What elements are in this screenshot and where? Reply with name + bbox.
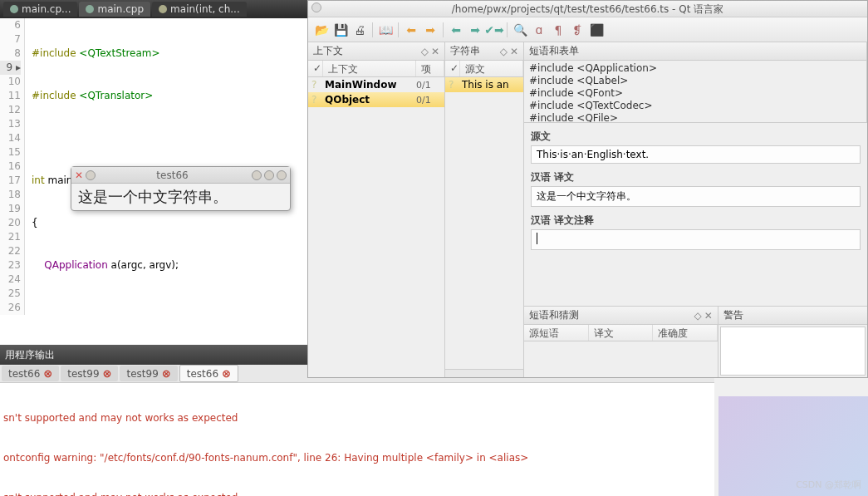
panel-title: 短语和猜测 [529,308,579,322]
col-check[interactable]: ✓ [445,61,460,76]
qt-linguist-window: /home/pwx/projects/qt/test/test66/test66… [307,0,868,378]
context-row-selected[interactable]: ? QObject 0/1 [308,92,444,107]
close-icon[interactable] [277,170,287,180]
context-name: QObject [325,94,416,106]
prev-unfinished-icon[interactable]: ⬅ [448,22,464,38]
close-icon[interactable]: ⊗ [43,367,52,380]
validate-icon[interactable]: 🔍 [512,22,528,38]
include-line: #include <QFont> [529,87,861,100]
editor-tab-active[interactable]: main.cpp [79,2,150,17]
comment-label: 汉语 译文注释 [531,214,861,228]
popup-title: test66 [96,169,249,181]
panel-title: 字符串 [450,44,480,58]
open-icon[interactable]: 📂 [313,22,330,38]
output-text[interactable]: sn't supported and may not works as expe… [0,383,714,496]
panel-title: 警告 [723,308,743,322]
type: QApplication [32,259,108,271]
minimize-icon[interactable] [252,170,262,180]
question-icon: ? [449,79,462,91]
done-next-icon[interactable]: ✔➡ [486,22,503,38]
translation-input[interactable]: 这是一个中文字符串。 [531,186,861,207]
col-accuracy[interactable]: 准确度 [653,325,718,341]
close-icon[interactable]: ⊗ [222,367,231,380]
col-context[interactable]: 上下文 [323,61,416,76]
context-panel: 上下文 ◇ ✕ ✓ 上下文 项 ? MainWindow 0/1 ? QObje… [308,42,445,377]
punctuation-icon[interactable]: ¶ [550,22,566,38]
col-items[interactable]: 项 [416,61,444,76]
context-row[interactable]: ? MainWindow 0/1 [308,77,444,92]
window-title: /home/pwx/projects/qt/test/test66/test66… [452,3,723,15]
test66-window[interactable]: ✕ test66 这是一个中文字符串。 [71,166,291,211]
window-button[interactable] [311,2,321,12]
output-tab[interactable]: test99⊗ [61,366,118,381]
popup-titlebar[interactable]: ✕ test66 [71,167,290,184]
linguist-titlebar[interactable]: /home/pwx/projects/qt/test/test66/test66… [308,1,867,17]
output-tab-active[interactable]: test66⊗ [179,365,238,382]
source-label: 源文 [531,130,861,144]
col-translation[interactable]: 译文 [589,325,654,341]
next-icon[interactable]: ➡ [422,22,439,38]
scrollbar[interactable] [445,369,523,377]
tab-label: main.cpp [97,3,144,15]
watermark: CSDN @郑乾啊 [796,479,861,491]
close-icon[interactable]: ⊗ [162,367,171,380]
linguist-toolbar: 📂 💾 🖨 📖 ⬅ ➡ ⬅ ➡ ✔➡ 🔍 ɑ ¶ ❡ ⬛ [308,17,867,42]
translation-label: 汉语 译文 [531,170,861,184]
tab-label: test66 [8,368,40,380]
comment-input[interactable] [531,229,861,250]
editor-tab[interactable]: main.cp... [3,2,77,17]
warnings-box [720,327,866,376]
close-icon[interactable]: ✕ [431,46,439,57]
panel-title: 短语和表单 [529,44,579,58]
include-line: #include <QLabel> [529,75,861,87]
output-line: ontconfig warning: "/etc/fonts/conf.d/90… [3,451,711,464]
close-icon[interactable]: ✕ [704,310,713,322]
tab-label: main.cp... [22,3,71,15]
question-icon: ? [311,79,325,91]
strings-panel: 字符串 ◇ ✕ ✓ 源文 ? This is an [445,42,524,377]
panel-header: 短语和表单 [524,42,866,61]
phrase-icon[interactable]: ❡ [569,22,586,38]
source-code-preview: #include <QApplication> #include <QLabel… [524,61,866,126]
prev-icon[interactable]: ⬅ [403,22,419,38]
output-tab[interactable]: test66⊗ [2,366,59,381]
maximize-icon[interactable] [264,170,274,180]
output-title: 用程序输出 [5,348,55,362]
close-icon[interactable]: ✕ [510,46,518,57]
undock-icon[interactable]: ◇ [694,310,702,322]
output-tab[interactable]: test99⊗ [120,366,177,381]
include-line: #include <QTextCodec> [529,100,861,112]
editor-tab[interactable]: main(int, ch... [152,2,247,17]
undock-icon[interactable]: ◇ [500,46,508,57]
panel-header: 警告 [718,307,867,325]
window-button[interactable] [86,170,96,180]
kw: #include [32,47,79,59]
line-number-gutter: 6789 ▸1011121314151617181920212223242526 [0,18,25,315]
panel-header: 字符串 ◇ ✕ [445,42,523,61]
translation-area: 短语和表单 #include <QApplication> #include <… [524,42,867,377]
undock-icon[interactable]: ◇ [421,46,429,57]
table-header: ✓ 上下文 项 [308,61,444,77]
fn-icon [159,5,167,13]
cpp-icon [10,5,18,13]
code-text: { [32,216,307,230]
string-row-selected[interactable]: ? This is an [445,77,523,92]
warnings-panel: 警告 [718,307,867,377]
tab-label: test99 [67,368,99,380]
tab-label: test66 [187,368,218,380]
code-text: a(argc, argv); [108,259,179,271]
placemarker-icon[interactable]: ⬛ [588,22,605,38]
close-icon[interactable]: ✕ [75,169,83,181]
accelerator-icon[interactable]: ɑ [531,22,547,38]
context-count: 0/1 [416,80,441,91]
col-src-phrase[interactable]: 源短语 [524,325,589,341]
next-unfinished-icon[interactable]: ➡ [467,22,483,38]
book-icon[interactable]: 📖 [377,22,394,38]
tab-label: test99 [126,368,158,380]
col-source[interactable]: 源文 [460,61,523,76]
close-icon[interactable]: ⊗ [103,367,112,380]
print-icon[interactable]: 🖨 [351,22,368,38]
kw: #include [32,90,79,101]
save-icon[interactable]: 💾 [332,22,349,38]
col-check[interactable]: ✓ [308,61,323,76]
